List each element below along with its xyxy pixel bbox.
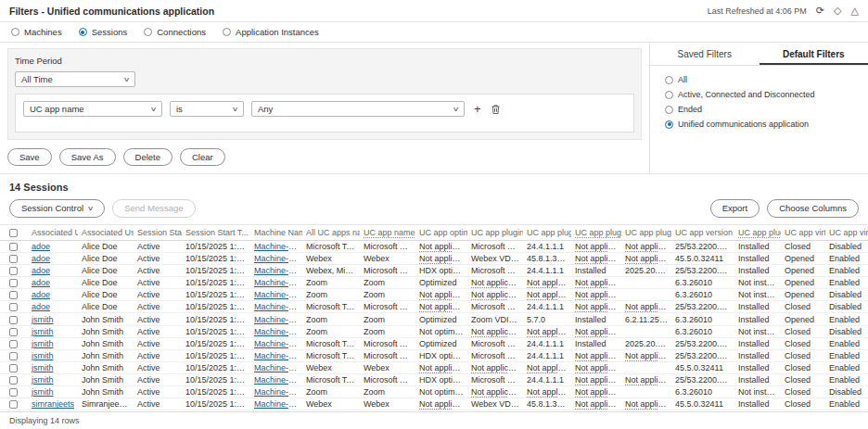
view-radio-sessions[interactable]: Sessions: [79, 27, 128, 37]
table-row[interactable]: jsmithJohn SmithActive10/15/2025 1:55 PM…: [0, 349, 868, 361]
associated-user-link[interactable]: jsmith: [28, 337, 78, 349]
table-row[interactable]: jsmithJohn SmithActive10/15/2025 1:55 PM…: [0, 361, 868, 373]
table-row[interactable]: jsmithJohn SmithActive10/15/2025 1:55 PM…: [0, 374, 868, 386]
column-header-13-uc-app-plugin[interactable]: UC app plugin...: [734, 224, 781, 240]
row-checkbox[interactable]: [9, 388, 18, 397]
machine-name-link[interactable]: Machine-201: [250, 374, 302, 386]
associated-user-link[interactable]: jsmith: [28, 361, 78, 373]
delete-button[interactable]: Delete: [123, 148, 172, 166]
machine-name-link[interactable]: Machine-201: [250, 325, 302, 337]
column-header-15-uc-app-virtual[interactable]: UC app virtual ...: [825, 224, 868, 240]
table-row[interactable]: jsmithJohn SmithActive10/15/2025 1:55 PM…: [0, 386, 868, 398]
add-condition-icon[interactable]: +: [472, 101, 483, 117]
table-row[interactable]: jsmithJohn SmithActive10/15/2025 1:55 PM…: [0, 313, 868, 325]
row-checkbox[interactable]: [9, 400, 18, 409]
row-checkbox[interactable]: [9, 328, 18, 336]
machine-name-link[interactable]: Machine-201: [250, 349, 302, 361]
row-checkbox[interactable]: [9, 340, 18, 348]
associated-user-link[interactable]: adoe: [28, 252, 78, 264]
column-header-5-all-uc-apps-na[interactable]: All UC apps na...: [302, 224, 360, 240]
column-header-10-uc-app-plugin-i[interactable]: UC app plugin i...: [571, 224, 621, 240]
machine-name-link[interactable]: Machine-200: [250, 301, 302, 313]
table-row[interactable]: adoeAlice DoeActive10/15/2025 1:55 PMMac…: [0, 301, 868, 313]
column-header-11-uc-app-plugin[interactable]: UC app plugin ...: [621, 224, 671, 240]
machine-name-link[interactable]: Machine-200: [250, 252, 302, 264]
filter-operator-select[interactable]: is ∨: [170, 101, 244, 117]
machine-name-link[interactable]: Machine-201: [250, 386, 302, 398]
send-message-button[interactable]: Send Message: [112, 199, 195, 217]
associated-user-link[interactable]: jsmith: [28, 313, 78, 325]
filter-option-unified-communications-application[interactable]: Unified communications application: [665, 120, 853, 129]
row-checkbox[interactable]: [9, 255, 18, 263]
table-row[interactable]: adoeAlice DoeActive10/15/2025 1:55 PMMac…: [0, 277, 868, 289]
column-header-1-associated-use[interactable]: Associated Use...: [78, 224, 134, 240]
column-header-9-uc-app-plugin[interactable]: UC app plugin ...: [523, 224, 571, 240]
column-header-12-uc-app-version[interactable]: UC app version: [671, 224, 734, 240]
machine-name-link[interactable]: Machine-200: [250, 289, 302, 301]
column-header-7-uc-app-optimiz[interactable]: UC app optimiz...: [415, 224, 467, 240]
table-row[interactable]: adoeAlice DoeActive10/15/2025 1:55 PMMac…: [0, 264, 868, 276]
associated-user-link[interactable]: simranjeets: [28, 398, 78, 410]
view-radio-machines[interactable]: Machines: [11, 27, 62, 37]
machine-name-link[interactable]: Machine-200: [250, 240, 302, 252]
tab-saved-filters[interactable]: Saved Filters: [650, 43, 760, 65]
clear-button[interactable]: Clear: [180, 148, 225, 166]
time-period-select[interactable]: All Time ∨: [15, 71, 135, 87]
column-header-14-uc-app-virtual[interactable]: UC app virtual ...: [781, 224, 825, 240]
table-row[interactable]: adoeAlice DoeActive10/15/2025 1:55 PMMac…: [0, 252, 868, 264]
machine-name-link[interactable]: Machine-201: [250, 361, 302, 373]
filter-field-select[interactable]: UC app name ∨: [23, 101, 162, 117]
associated-user-link[interactable]: jsmith: [28, 349, 78, 361]
filter-option-all[interactable]: All: [665, 75, 853, 84]
table-row[interactable]: adoeAlice DoeActive10/15/2025 1:55 PMMac…: [0, 240, 868, 252]
associated-user-link[interactable]: jsmith: [28, 325, 78, 337]
column-header-0-associated-user[interactable]: Associated User↑: [28, 224, 78, 240]
machine-name-link[interactable]: Machine-200: [250, 264, 302, 276]
session-control-button[interactable]: Session Control ∨: [9, 199, 105, 217]
column-header-2-session-state[interactable]: Session State: [134, 224, 182, 240]
column-header-4-machine-name[interactable]: Machine Name: [250, 224, 302, 240]
associated-user-link[interactable]: adoe: [28, 264, 78, 276]
alerts-icon[interactable]: △: [851, 6, 859, 16]
delete-condition-icon[interactable]: [491, 101, 501, 117]
table-row[interactable]: simranjeetsSimranjeet SinghActive10/15/2…: [0, 398, 868, 410]
column-header-3-session-start-t[interactable]: Session Start T...: [182, 224, 250, 240]
table-row[interactable]: jsmithJohn SmithActive10/15/2025 1:55 PM…: [0, 337, 868, 349]
save-as-button[interactable]: Save As: [59, 148, 116, 166]
row-checkbox[interactable]: [9, 376, 18, 385]
machine-name-link[interactable]: Machine-200: [250, 277, 302, 289]
filter-value-select[interactable]: Any ∨: [251, 101, 465, 117]
choose-columns-button[interactable]: Choose Columns: [767, 199, 859, 217]
row-checkbox[interactable]: [9, 291, 18, 299]
column-header-8-uc-app-plugin[interactable]: UC app plugin ...: [467, 224, 523, 240]
associated-user-link[interactable]: adoe: [28, 277, 78, 289]
filter-option-ended[interactable]: Ended: [665, 105, 853, 114]
export-button[interactable]: Export: [710, 199, 760, 217]
save-button[interactable]: Save: [7, 148, 52, 166]
table-row[interactable]: jsmithJohn SmithActive10/15/2025 1:55 PM…: [0, 325, 868, 337]
machine-name-link[interactable]: Machine-201: [250, 337, 302, 349]
associated-user-link[interactable]: adoe: [28, 240, 78, 252]
table-row[interactable]: adoeAlice DoeActive10/15/2025 1:55 PMMac…: [0, 289, 868, 301]
machine-name-link[interactable]: Machine-201: [250, 313, 302, 325]
associated-user-link[interactable]: adoe: [28, 301, 78, 313]
column-header-6-uc-app-name[interactable]: UC app name: [360, 224, 415, 240]
filter-option-active-connected-and-disconnected[interactable]: Active, Connected and Disconnected: [665, 90, 853, 99]
row-checkbox[interactable]: [9, 316, 18, 324]
row-checkbox[interactable]: [9, 267, 18, 275]
view-radio-connections[interactable]: Connections: [144, 27, 206, 37]
view-radio-application-instances[interactable]: Application Instances: [223, 27, 319, 37]
associated-user-link[interactable]: adoe: [28, 289, 78, 301]
associated-user-link[interactable]: jsmith: [28, 374, 78, 386]
select-all-checkbox[interactable]: [9, 229, 18, 237]
row-checkbox[interactable]: [9, 352, 18, 360]
associated-user-link[interactable]: jsmith: [28, 386, 78, 398]
tab-default-filters[interactable]: Default Filters: [760, 43, 868, 65]
row-checkbox[interactable]: [9, 364, 18, 372]
refresh-icon[interactable]: ⟳: [816, 6, 824, 16]
row-checkbox[interactable]: [9, 243, 18, 251]
expand-icon[interactable]: ◇: [834, 6, 841, 16]
row-checkbox[interactable]: [9, 279, 18, 287]
row-checkbox[interactable]: [9, 303, 18, 311]
machine-name-link[interactable]: Machine-200: [250, 398, 302, 410]
